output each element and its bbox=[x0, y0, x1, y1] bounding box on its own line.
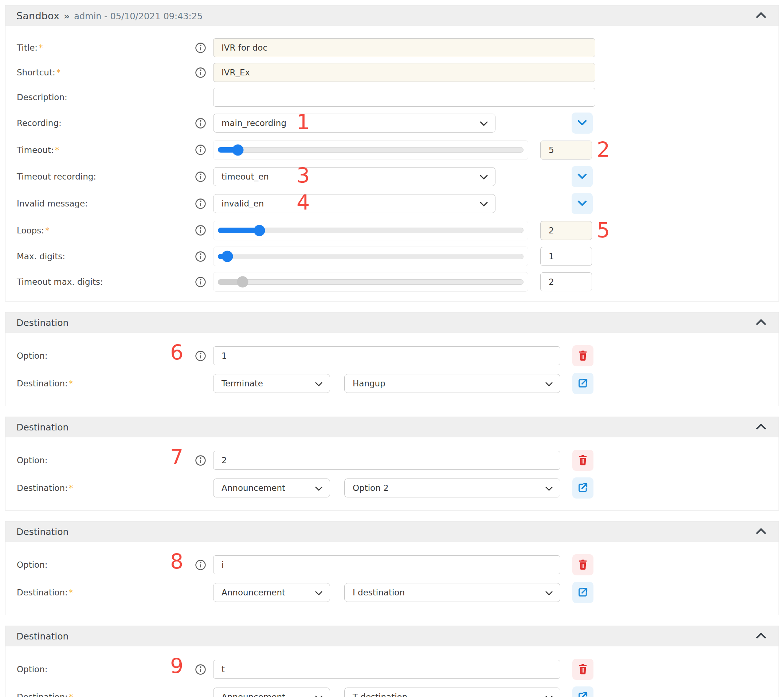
description-input[interactable] bbox=[213, 88, 595, 107]
required-marker: * bbox=[39, 43, 43, 53]
max-digits-slider[interactable] bbox=[218, 254, 524, 259]
loops-row: Loops:* 5 bbox=[5, 220, 779, 241]
recording-select-value: main_recording bbox=[221, 118, 287, 128]
timeout-slider[interactable] bbox=[218, 147, 524, 153]
chevron-up-icon bbox=[756, 528, 766, 535]
option-row: Option: bbox=[5, 554, 779, 575]
destination-label: Destination:* bbox=[5, 379, 191, 388]
delete-destination-button[interactable] bbox=[572, 345, 593, 367]
timeout-recording-select[interactable]: timeout_en 3 bbox=[213, 167, 496, 186]
trash-icon bbox=[578, 454, 588, 467]
destination-body: 8 Option: Destination:* Announcement I d… bbox=[5, 542, 779, 615]
invalid-message-select[interactable]: invalid_en 4 bbox=[213, 194, 496, 213]
chevron-down-icon bbox=[577, 200, 587, 207]
info-icon[interactable] bbox=[195, 67, 206, 78]
destination-type-value: Announcement bbox=[221, 692, 285, 697]
timeout-max-digits-label: Timeout max. digits: bbox=[5, 277, 191, 287]
delete-destination-button[interactable] bbox=[572, 450, 593, 471]
info-icon[interactable] bbox=[195, 455, 206, 466]
chevron-down-icon bbox=[577, 173, 587, 180]
shortcut-label: Shortcut:* bbox=[5, 68, 191, 77]
info-icon[interactable] bbox=[195, 559, 206, 570]
option-input[interactable] bbox=[213, 556, 560, 574]
required-marker: * bbox=[69, 588, 73, 597]
slider-thumb[interactable] bbox=[254, 225, 265, 236]
recording-select[interactable]: main_recording 1 bbox=[213, 113, 496, 133]
destination-body: 9 Option: Destination:* Announcement T d… bbox=[5, 646, 779, 697]
page-subtitle: admin - 05/10/2021 09:43:25 bbox=[74, 11, 203, 21]
chevron-up-icon bbox=[756, 319, 766, 326]
collapse-button[interactable] bbox=[754, 11, 768, 21]
info-icon[interactable] bbox=[195, 276, 206, 288]
destination-title: Destination bbox=[16, 317, 69, 328]
timeout-recording-row: Timeout recording: timeout_en 3 bbox=[5, 166, 779, 187]
info-icon[interactable] bbox=[195, 251, 206, 262]
option-input[interactable] bbox=[213, 346, 560, 365]
max-digits-input[interactable] bbox=[540, 247, 592, 266]
destination-row: Destination:* Announcement I destination bbox=[5, 582, 779, 603]
expand-recording-button[interactable] bbox=[572, 113, 593, 134]
loops-input[interactable] bbox=[540, 221, 592, 240]
destination-type-select[interactable]: Announcement bbox=[213, 687, 330, 697]
destination-type-select[interactable]: Announcement bbox=[213, 478, 330, 497]
required-marker: * bbox=[69, 379, 73, 388]
info-icon[interactable] bbox=[195, 171, 206, 182]
destination-row: Destination:* Terminate Hangup bbox=[5, 373, 779, 394]
destination-target-select[interactable]: Hangup bbox=[344, 374, 560, 393]
slider-thumb[interactable] bbox=[232, 144, 244, 156]
collapse-button[interactable] bbox=[754, 526, 768, 537]
expand-invalid-message-button[interactable] bbox=[572, 193, 593, 214]
title-input[interactable] bbox=[213, 38, 595, 57]
destination-target-value: T destination bbox=[352, 692, 407, 697]
chevron-down-icon bbox=[315, 483, 323, 493]
delete-destination-button[interactable] bbox=[572, 554, 593, 575]
open-destination-button[interactable] bbox=[572, 373, 593, 394]
chevron-up-icon bbox=[756, 12, 766, 19]
shortcut-input[interactable] bbox=[213, 63, 595, 82]
required-marker: * bbox=[69, 692, 73, 697]
info-icon[interactable] bbox=[195, 42, 206, 54]
timeout-max-digits-input[interactable] bbox=[540, 272, 592, 291]
slider-thumb[interactable] bbox=[222, 251, 233, 262]
timeout-recording-label: Timeout recording: bbox=[5, 172, 191, 181]
trash-icon bbox=[578, 664, 588, 676]
chevron-down-icon bbox=[577, 120, 587, 127]
destination-card-4: Destination 9 Option: Destination:* Anno… bbox=[5, 626, 779, 697]
invalid-message-label: Invalid message: bbox=[5, 199, 191, 208]
info-icon[interactable] bbox=[195, 118, 206, 129]
page-title: Sandbox bbox=[16, 10, 59, 21]
slider-thumb[interactable] bbox=[237, 276, 248, 288]
open-destination-button[interactable] bbox=[572, 582, 593, 603]
chevron-up-icon bbox=[756, 633, 766, 640]
collapse-button[interactable] bbox=[754, 631, 768, 641]
info-icon[interactable] bbox=[195, 198, 206, 209]
required-marker: * bbox=[45, 226, 49, 235]
timeout-label: Timeout:* bbox=[5, 145, 191, 155]
destination-type-select[interactable]: Terminate bbox=[213, 374, 330, 393]
destination-type-select[interactable]: Announcement bbox=[213, 583, 330, 602]
main-form-header: Sandbox » admin - 05/10/2021 09:43:25 bbox=[5, 5, 779, 26]
info-icon[interactable] bbox=[195, 350, 206, 362]
destination-header: Destination bbox=[5, 626, 779, 646]
timeout-max-digits-slider[interactable] bbox=[218, 279, 524, 285]
info-icon[interactable] bbox=[195, 225, 206, 236]
destination-target-select[interactable]: I destination bbox=[344, 583, 560, 602]
main-form-body: Title:* Shortcut:* Description: Recordin… bbox=[5, 26, 779, 301]
info-icon[interactable] bbox=[195, 144, 206, 156]
chevron-down-icon bbox=[545, 692, 553, 697]
delete-destination-button[interactable] bbox=[572, 659, 593, 680]
destination-target-select[interactable]: T destination bbox=[344, 687, 560, 697]
loops-slider[interactable] bbox=[218, 228, 524, 233]
option-input[interactable] bbox=[213, 451, 560, 470]
option-input[interactable] bbox=[213, 660, 560, 679]
collapse-button[interactable] bbox=[754, 317, 768, 328]
info-icon[interactable] bbox=[195, 664, 206, 675]
chevron-down-icon bbox=[315, 379, 323, 388]
destination-type-value: Announcement bbox=[221, 588, 285, 597]
expand-timeout-recording-button[interactable] bbox=[572, 166, 593, 187]
destination-target-select[interactable]: Option 2 bbox=[344, 478, 560, 497]
open-destination-button[interactable] bbox=[572, 477, 593, 498]
timeout-input[interactable] bbox=[540, 141, 592, 159]
collapse-button[interactable] bbox=[754, 422, 768, 432]
open-destination-button[interactable] bbox=[572, 686, 593, 697]
